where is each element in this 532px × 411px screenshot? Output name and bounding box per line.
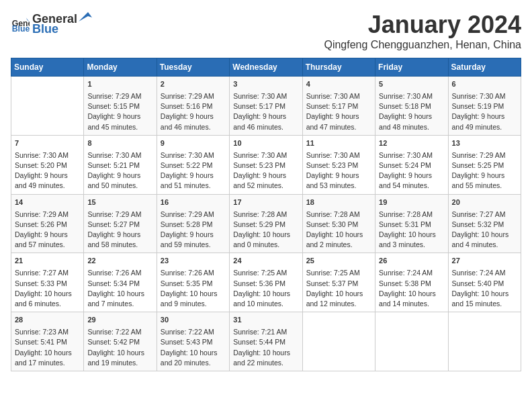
- day-number: 17: [233, 197, 298, 208]
- day-info: Sunrise: 7:30 AMSunset: 5:21 PMDaylight:…: [87, 150, 152, 191]
- day-info: Sunrise: 7:29 AMSunset: 5:27 PMDaylight:…: [87, 210, 152, 250]
- calendar-cell: 24Sunrise: 7:25 AMSunset: 5:36 PMDayligh…: [230, 253, 302, 312]
- header-wednesday: Wednesday: [230, 58, 302, 77]
- day-info: Sunrise: 7:22 AMSunset: 5:42 PMDaylight:…: [87, 327, 152, 368]
- day-info: Sunrise: 7:30 AMSunset: 5:17 PMDaylight:…: [233, 91, 298, 132]
- week-row-1: 1Sunrise: 7:29 AMSunset: 5:15 PMDaylight…: [11, 77, 521, 136]
- header-tuesday: Tuesday: [157, 58, 229, 77]
- day-number: 29: [87, 315, 152, 326]
- calendar-cell: [302, 312, 375, 371]
- title-area: January 2024 Qingfeng Chengguanzhen, Hen…: [324, 11, 521, 51]
- day-number: 10: [233, 138, 298, 149]
- day-number: 2: [161, 79, 226, 90]
- calendar-cell: 11Sunrise: 7:30 AMSunset: 5:23 PMDayligh…: [302, 135, 375, 194]
- day-number: 12: [379, 138, 444, 149]
- week-row-5: 28Sunrise: 7:23 AMSunset: 5:41 PMDayligh…: [11, 312, 521, 371]
- day-info: Sunrise: 7:27 AMSunset: 5:33 PMDaylight:…: [15, 268, 80, 309]
- logo-arrow-icon: [77, 11, 92, 23]
- day-info: Sunrise: 7:30 AMSunset: 5:18 PMDaylight:…: [379, 91, 444, 132]
- calendar-cell: 10Sunrise: 7:30 AMSunset: 5:23 PMDayligh…: [230, 135, 302, 194]
- day-number: 24: [233, 256, 298, 267]
- day-info: Sunrise: 7:30 AMSunset: 5:22 PMDaylight:…: [161, 150, 226, 191]
- day-number: 3: [233, 79, 298, 90]
- day-number: 5: [379, 79, 444, 90]
- day-info: Sunrise: 7:24 AMSunset: 5:38 PMDaylight:…: [379, 268, 444, 309]
- day-number: 19: [379, 197, 444, 208]
- calendar-cell: 17Sunrise: 7:28 AMSunset: 5:29 PMDayligh…: [230, 194, 302, 253]
- day-info: Sunrise: 7:28 AMSunset: 5:30 PMDaylight:…: [306, 210, 371, 250]
- day-info: Sunrise: 7:29 AMSunset: 5:25 PMDaylight:…: [452, 150, 517, 191]
- calendar-cell: 7Sunrise: 7:30 AMSunset: 5:20 PMDaylight…: [11, 135, 84, 194]
- day-info: Sunrise: 7:30 AMSunset: 5:23 PMDaylight:…: [306, 150, 371, 191]
- day-number: 25: [306, 256, 371, 267]
- calendar-cell: 29Sunrise: 7:22 AMSunset: 5:42 PMDayligh…: [84, 312, 157, 371]
- calendar-cell: 21Sunrise: 7:27 AMSunset: 5:33 PMDayligh…: [11, 253, 84, 312]
- week-row-2: 7Sunrise: 7:30 AMSunset: 5:20 PMDaylight…: [11, 135, 521, 194]
- calendar-cell: 12Sunrise: 7:30 AMSunset: 5:24 PMDayligh…: [375, 135, 448, 194]
- day-number: 21: [15, 256, 80, 267]
- calendar-cell: 18Sunrise: 7:28 AMSunset: 5:30 PMDayligh…: [302, 194, 375, 253]
- day-number: 1: [87, 79, 152, 90]
- day-number: 7: [15, 138, 80, 149]
- header: General Blue General Blue January 2024 Q…: [11, 11, 521, 51]
- logo: General Blue General Blue: [11, 11, 92, 36]
- calendar-cell: [448, 312, 521, 371]
- day-number: 20: [452, 197, 517, 208]
- header-thursday: Thursday: [302, 58, 375, 77]
- day-number: 30: [161, 315, 226, 326]
- day-number: 4: [306, 79, 371, 90]
- day-number: 27: [452, 256, 517, 267]
- calendar-cell: 9Sunrise: 7:30 AMSunset: 5:22 PMDaylight…: [157, 135, 229, 194]
- day-number: 15: [87, 197, 152, 208]
- day-info: Sunrise: 7:28 AMSunset: 5:29 PMDaylight:…: [233, 210, 298, 250]
- calendar-cell: 5Sunrise: 7:30 AMSunset: 5:18 PMDaylight…: [375, 77, 448, 136]
- header-sunday: Sunday: [11, 58, 84, 77]
- day-info: Sunrise: 7:25 AMSunset: 5:36 PMDaylight:…: [233, 268, 298, 309]
- calendar-cell: 30Sunrise: 7:22 AMSunset: 5:43 PMDayligh…: [157, 312, 229, 371]
- calendar-cell: 6Sunrise: 7:30 AMSunset: 5:19 PMDaylight…: [448, 77, 521, 136]
- calendar-cell: 3Sunrise: 7:30 AMSunset: 5:17 PMDaylight…: [230, 77, 302, 136]
- calendar-cell: 19Sunrise: 7:28 AMSunset: 5:31 PMDayligh…: [375, 194, 448, 253]
- day-info: Sunrise: 7:22 AMSunset: 5:43 PMDaylight:…: [161, 327, 226, 368]
- day-number: 18: [306, 197, 371, 208]
- header-friday: Friday: [375, 58, 448, 77]
- day-info: Sunrise: 7:25 AMSunset: 5:37 PMDaylight:…: [306, 268, 371, 309]
- day-number: 14: [15, 197, 80, 208]
- calendar-cell: 23Sunrise: 7:26 AMSunset: 5:35 PMDayligh…: [157, 253, 229, 312]
- day-info: Sunrise: 7:30 AMSunset: 5:19 PMDaylight:…: [452, 91, 517, 132]
- day-info: Sunrise: 7:26 AMSunset: 5:35 PMDaylight:…: [161, 268, 226, 309]
- calendar-table: SundayMondayTuesdayWednesdayThursdayFrid…: [11, 58, 521, 371]
- svg-text:Blue: Blue: [12, 24, 30, 33]
- subtitle: Qingfeng Chengguanzhen, Henan, China: [324, 39, 521, 51]
- calendar-cell: 8Sunrise: 7:30 AMSunset: 5:21 PMDaylight…: [84, 135, 157, 194]
- day-info: Sunrise: 7:28 AMSunset: 5:31 PMDaylight:…: [379, 210, 444, 250]
- day-info: Sunrise: 7:21 AMSunset: 5:44 PMDaylight:…: [233, 327, 298, 368]
- calendar-cell: 27Sunrise: 7:24 AMSunset: 5:40 PMDayligh…: [448, 253, 521, 312]
- calendar-cell: 25Sunrise: 7:25 AMSunset: 5:37 PMDayligh…: [302, 253, 375, 312]
- day-info: Sunrise: 7:30 AMSunset: 5:20 PMDaylight:…: [15, 150, 80, 191]
- calendar-cell: 26Sunrise: 7:24 AMSunset: 5:38 PMDayligh…: [375, 253, 448, 312]
- day-number: 9: [161, 138, 226, 149]
- day-info: Sunrise: 7:30 AMSunset: 5:24 PMDaylight:…: [379, 150, 444, 191]
- logo-blue: Blue: [32, 22, 58, 36]
- calendar-cell: 4Sunrise: 7:30 AMSunset: 5:17 PMDaylight…: [302, 77, 375, 136]
- day-info: Sunrise: 7:23 AMSunset: 5:41 PMDaylight:…: [15, 327, 80, 368]
- svg-marker-3: [79, 12, 92, 21]
- day-info: Sunrise: 7:30 AMSunset: 5:23 PMDaylight:…: [233, 150, 298, 191]
- calendar-cell: 14Sunrise: 7:29 AMSunset: 5:26 PMDayligh…: [11, 194, 84, 253]
- calendar-cell: 28Sunrise: 7:23 AMSunset: 5:41 PMDayligh…: [11, 312, 84, 371]
- day-number: 6: [452, 79, 517, 90]
- calendar-cell: 31Sunrise: 7:21 AMSunset: 5:44 PMDayligh…: [230, 312, 302, 371]
- calendar-header-row: SundayMondayTuesdayWednesdayThursdayFrid…: [11, 58, 521, 77]
- main-title: January 2024: [324, 11, 521, 39]
- day-number: 26: [379, 256, 444, 267]
- day-info: Sunrise: 7:30 AMSunset: 5:17 PMDaylight:…: [306, 91, 371, 132]
- calendar-cell: 20Sunrise: 7:27 AMSunset: 5:32 PMDayligh…: [448, 194, 521, 253]
- calendar-cell: 16Sunrise: 7:29 AMSunset: 5:28 PMDayligh…: [157, 194, 229, 253]
- logo-icon: General Blue: [11, 14, 30, 33]
- day-info: Sunrise: 7:29 AMSunset: 5:15 PMDaylight:…: [87, 91, 152, 132]
- day-info: Sunrise: 7:29 AMSunset: 5:16 PMDaylight:…: [161, 91, 226, 132]
- calendar-cell: 2Sunrise: 7:29 AMSunset: 5:16 PMDaylight…: [157, 77, 229, 136]
- week-row-3: 14Sunrise: 7:29 AMSunset: 5:26 PMDayligh…: [11, 194, 521, 253]
- calendar-cell: [375, 312, 448, 371]
